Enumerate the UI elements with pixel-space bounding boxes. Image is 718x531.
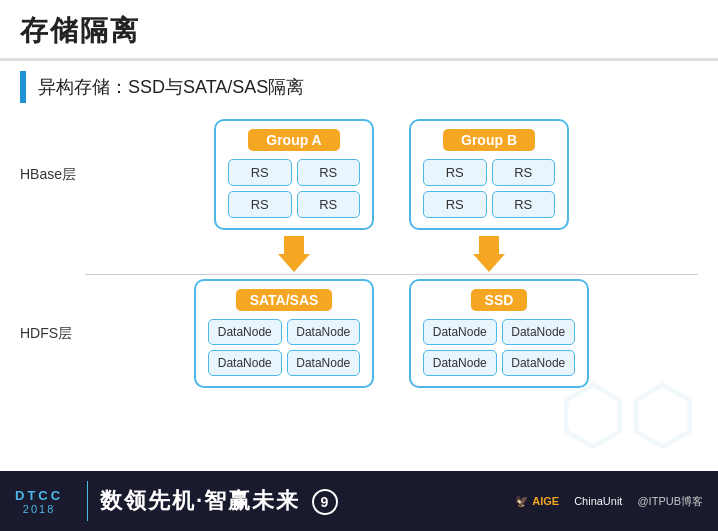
arrow-b-head: [473, 254, 505, 272]
rs-cell: RS: [423, 159, 487, 186]
group-b-box: Group B RS RS RS RS: [409, 119, 569, 230]
footer-dtcc-top: DTCC: [15, 488, 63, 503]
hbase-label: HBase层: [20, 166, 85, 184]
main-diagram: HBase层 Group A RS RS RS RS Group B RS RS…: [0, 119, 718, 388]
accent-bar: [20, 71, 26, 103]
dn-cell: DataNode: [423, 350, 497, 376]
hbase-groups: Group A RS RS RS RS Group B RS RS RS RS: [85, 119, 698, 230]
rs-cell: RS: [297, 191, 361, 218]
page-title: 存储隔离: [20, 12, 698, 50]
storage-b-box: SSD DataNode DataNode DataNode DataNode: [409, 279, 589, 388]
page-header: 存储隔离: [0, 0, 718, 61]
rs-cell: RS: [492, 191, 556, 218]
arrows-pair: [85, 236, 698, 272]
footer: DTCC 2018 数领先机·智赢未来 9 🦅 AIGE ChinaUnit @…: [0, 471, 718, 531]
arrow-a: [214, 236, 374, 272]
dn-cell: DataNode: [208, 350, 282, 376]
arrow-b-shaft: [479, 236, 499, 254]
group-a-label: Group A: [248, 129, 339, 151]
footer-logo-chinaunit: ChinaUnit: [574, 495, 622, 507]
arrows-row: [20, 236, 698, 272]
hdfs-label: HDFS层: [20, 325, 85, 343]
rs-cell: RS: [423, 191, 487, 218]
subtitle-bar: 异构存储：SSD与SATA/SAS隔离: [0, 61, 718, 109]
storage-a-box: SATA/SAS DataNode DataNode DataNode Data…: [194, 279, 374, 388]
arrow-a-head: [278, 254, 310, 272]
group-a-rs-grid: RS RS RS RS: [228, 159, 360, 218]
footer-divider: [87, 481, 88, 521]
dn-cell: DataNode: [287, 350, 361, 376]
group-b-label: Group B: [443, 129, 535, 151]
arrow-b: [409, 236, 569, 272]
group-b-rs-grid: RS RS RS RS: [423, 159, 555, 218]
rs-cell: RS: [228, 159, 292, 186]
rs-cell: RS: [492, 159, 556, 186]
dn-cell: DataNode: [208, 319, 282, 345]
hdfs-layer-row: HDFS层 SATA/SAS DataNode DataNode DataNod…: [20, 279, 698, 388]
footer-logo-itpub: @ITPUB博客: [637, 494, 703, 509]
rs-cell: RS: [228, 191, 292, 218]
storage-b-dn-grid: DataNode DataNode DataNode DataNode: [423, 319, 575, 376]
dn-cell: DataNode: [423, 319, 497, 345]
arrow-a-shaft: [284, 236, 304, 254]
subtitle-text: 异构存储：SSD与SATA/SAS隔离: [38, 75, 304, 99]
footer-dtcc: DTCC 2018: [15, 488, 63, 515]
footer-slogan-icon: 9: [312, 489, 338, 515]
storage-a-dn-grid: DataNode DataNode DataNode DataNode: [208, 319, 360, 376]
footer-slogan: 数领先机·智赢未来 9: [100, 486, 515, 516]
h-divider: [85, 274, 698, 275]
footer-logos: 🦅 AIGE ChinaUnit @ITPUB博客: [515, 494, 703, 509]
footer-logo-aige: 🦅 AIGE: [515, 495, 559, 508]
storage-b-label: SSD: [471, 289, 528, 311]
dn-cell: DataNode: [502, 319, 576, 345]
footer-dtcc-bottom: 2018: [23, 503, 55, 515]
dn-cell: DataNode: [502, 350, 576, 376]
rs-cell: RS: [297, 159, 361, 186]
hdfs-groups: SATA/SAS DataNode DataNode DataNode Data…: [85, 279, 698, 388]
group-a-box: Group A RS RS RS RS: [214, 119, 374, 230]
hbase-layer-row: HBase层 Group A RS RS RS RS Group B RS RS…: [20, 119, 698, 230]
dn-cell: DataNode: [287, 319, 361, 345]
storage-a-label: SATA/SAS: [236, 289, 333, 311]
